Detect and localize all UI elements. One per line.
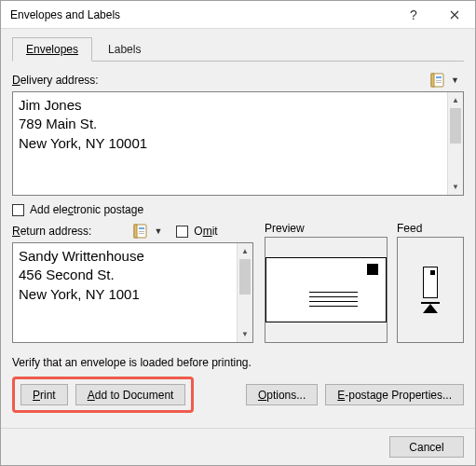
scrollbar[interactable]: ▲ ▼	[237, 243, 252, 342]
feed-panel: Feed	[397, 222, 464, 343]
return-address-value: Sandy Writtenhouse 456 Second St. New Yo…	[13, 243, 252, 342]
scrollbar[interactable]: ▲ ▼	[447, 92, 463, 195]
delivery-address-value: Jim Jones 789 Main St. New York, NY 1000…	[13, 92, 463, 195]
svg-rect-2	[436, 76, 442, 78]
dialog-footer: Cancel	[1, 428, 475, 465]
scroll-thumb[interactable]	[239, 259, 251, 295]
options-button[interactable]: Options...	[246, 384, 318, 405]
svg-rect-9	[139, 233, 144, 234]
verify-text: Verify that an envelope is loaded before…	[12, 356, 464, 369]
help-button[interactable]: ?	[393, 1, 434, 29]
electronic-postage-checkbox[interactable]	[12, 204, 24, 216]
envelopes-labels-dialog: Envelopes and Labels ? Envelopes Labels …	[0, 0, 476, 466]
titlebar: Envelopes and Labels ?	[1, 1, 475, 29]
add-to-document-button[interactable]: Add to Document	[75, 384, 186, 405]
caret-down-icon: ▼	[451, 75, 459, 85]
return-address-field[interactable]: Sandy Writtenhouse 456 Second St. New Yo…	[12, 242, 253, 343]
electronic-postage-label: Add electronic postage	[30, 203, 143, 216]
delivery-label-row: Delivery address: ▼	[12, 71, 464, 89]
omit-checkbox[interactable]	[176, 226, 188, 238]
close-icon	[450, 10, 459, 20]
tab-labels[interactable]: Labels	[94, 37, 155, 62]
svg-rect-8	[139, 231, 144, 232]
return-label-row: Return address: ▼ Omit	[12, 222, 253, 240]
feed-box[interactable]	[397, 237, 464, 343]
caret-down-icon: ▼	[154, 226, 162, 236]
window-title: Envelopes and Labels	[10, 8, 393, 21]
svg-rect-6	[134, 225, 137, 238]
preview-panel: Preview	[265, 222, 388, 343]
envelope-preview-icon	[265, 257, 387, 322]
return-column: Return address: ▼ Omit	[12, 222, 253, 343]
feed-orientation-icon	[418, 267, 442, 313]
address-book-icon	[133, 224, 150, 239]
svg-rect-1	[431, 74, 434, 87]
svg-rect-7	[139, 227, 144, 229]
svg-rect-3	[436, 80, 442, 81]
close-button[interactable]	[434, 1, 475, 29]
feed-label: Feed	[397, 222, 464, 235]
delivery-label: Delivery address:	[12, 74, 99, 87]
tab-envelopes[interactable]: Envelopes	[12, 37, 92, 62]
electronic-postage-row[interactable]: Add electronic postage	[12, 203, 464, 216]
scroll-up-icon[interactable]: ▲	[238, 243, 252, 259]
return-addressbook-button[interactable]: ▼	[129, 222, 167, 240]
preview-label: Preview	[265, 222, 388, 235]
omit-label: Omit	[194, 225, 217, 238]
print-button[interactable]: Print	[20, 384, 68, 405]
omit-row[interactable]: Omit	[176, 225, 217, 238]
scroll-up-icon[interactable]: ▲	[448, 92, 463, 108]
scroll-thumb[interactable]	[450, 108, 461, 144]
return-label: Return address:	[12, 225, 91, 238]
highlight-annotation: Print Add to Document	[12, 377, 194, 413]
tabstrip: Envelopes Labels	[12, 36, 464, 62]
epostage-properties-button[interactable]: E-postage Properties...	[325, 384, 464, 405]
delivery-addressbook-button[interactable]: ▼	[426, 71, 464, 89]
mid-row: Return address: ▼ Omit	[12, 222, 464, 343]
scroll-down-icon[interactable]: ▼	[448, 179, 463, 195]
address-book-icon	[430, 73, 447, 88]
delivery-address-field[interactable]: Jim Jones 789 Main St. New York, NY 1000…	[12, 91, 464, 196]
preview-box[interactable]	[265, 237, 388, 343]
svg-rect-4	[436, 82, 442, 83]
dialog-body: Envelopes Labels Delivery address: ▼ Jim…	[1, 29, 475, 428]
scroll-down-icon[interactable]: ▼	[238, 326, 252, 342]
cancel-button[interactable]: Cancel	[389, 436, 464, 458]
button-row: Print Add to Document Options... E-posta…	[12, 377, 464, 413]
right-column: Preview Feed	[265, 222, 464, 343]
